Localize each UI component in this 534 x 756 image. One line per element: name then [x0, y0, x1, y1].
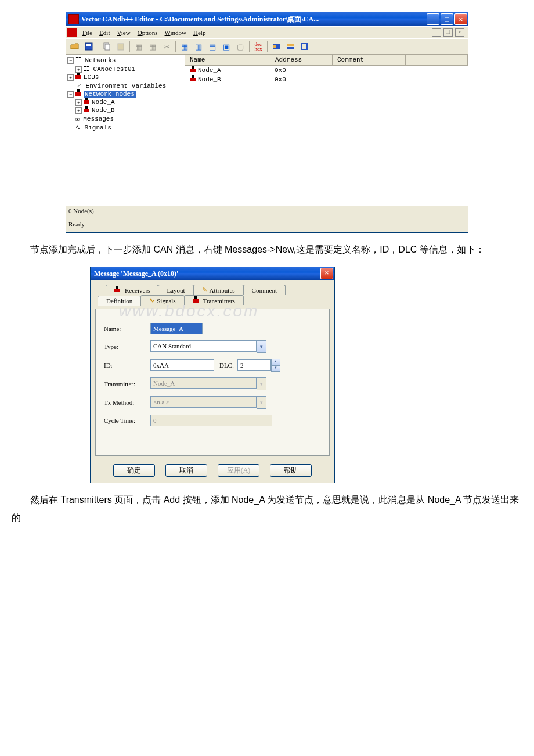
transmitter-dropdown-icon: ▾: [257, 377, 266, 390]
dialog-title-bar: Message 'Message_A (0x10)' ×: [91, 267, 334, 280]
list-view[interactable]: Name Address Comment Node_A 0x0 Node_B 0…: [185, 55, 468, 206]
cut-icon[interactable]: ✂: [160, 40, 173, 53]
id-field[interactable]: [150, 359, 214, 371]
cancel-button[interactable]: 取消: [165, 464, 207, 477]
txmethod-dropdown-icon: ▾: [257, 396, 266, 409]
menu-file[interactable]: File: [79, 28, 96, 37]
menu-options[interactable]: Options: [134, 28, 161, 37]
dlc-spinner[interactable]: ▴▾: [271, 359, 280, 372]
tree-network-nodes[interactable]: Network nodes: [84, 91, 136, 98]
type-dropdown-icon[interactable]: ▾: [257, 340, 266, 353]
label-dlc: DLC:: [214, 362, 237, 369]
row-name: Node_B: [198, 76, 221, 83]
paste-icon[interactable]: [114, 40, 127, 53]
maximize-button[interactable]: □: [441, 13, 453, 25]
help-button[interactable]: 帮助: [270, 464, 312, 477]
tree-env[interactable]: Environment variables: [86, 82, 167, 89]
tool-icon-7[interactable]: [284, 40, 297, 53]
mdi-minimize-button[interactable]: _: [432, 28, 441, 37]
title-bar: Vector CANdb++ Editor - C:\Documents and…: [66, 12, 468, 26]
tool-icon-8[interactable]: [298, 40, 311, 53]
tree-ecus[interactable]: ECUs: [84, 74, 99, 81]
type-field[interactable]: [150, 340, 257, 352]
label-id: ID:: [104, 362, 150, 369]
doc-icon: [67, 28, 77, 37]
label-transmitter: Transmitter:: [104, 380, 150, 387]
paragraph-1: 节点添加完成后，下一步添加 CAN 消息，右键 Messages->New,这是…: [12, 241, 522, 258]
dialog-close-button[interactable]: ×: [320, 268, 333, 279]
tool-icon-2[interactable]: ▦: [146, 40, 159, 53]
svg-rect-6: [273, 45, 276, 48]
svg-rect-3: [105, 44, 110, 50]
dlc-field[interactable]: [237, 359, 271, 371]
label-type: Type:: [104, 343, 150, 350]
paragraph-2: 然后在 Transmitters 页面，点击 Add 按钮，添加 Node_A …: [12, 491, 522, 527]
message-dialog: Message 'Message_A (0x10)' × Receivers L…: [90, 267, 335, 483]
tree-messages[interactable]: Messages: [83, 116, 114, 123]
apply-button[interactable]: 应用(A): [218, 464, 259, 477]
save-icon[interactable]: [82, 40, 95, 53]
toolbar: ▦ ▦ ✂ ▦ ▥ ▤ ▣ ▢ dechex: [66, 38, 468, 55]
view-icon-4[interactable]: ▣: [220, 40, 233, 53]
svg-rect-7: [287, 44, 294, 46]
view-icon-5[interactable]: ▢: [234, 40, 247, 53]
open-icon[interactable]: [68, 40, 81, 53]
svg-rect-8: [287, 47, 294, 49]
view-icon-2[interactable]: ▥: [192, 40, 205, 53]
menu-edit[interactable]: Edit: [96, 28, 113, 37]
tool-icon-1[interactable]: ▦: [132, 40, 145, 53]
tree-node-b[interactable]: Node_B: [92, 107, 115, 114]
col-comment[interactable]: Comment: [333, 55, 406, 65]
row-addr: 0x0: [270, 75, 331, 84]
app-icon: [68, 14, 79, 24]
status-nodes: 0 Node(s): [66, 206, 468, 219]
tab-attributes[interactable]: ✎Attributes: [193, 285, 244, 295]
col-extra[interactable]: [406, 55, 468, 65]
tool-icon-6[interactable]: [270, 40, 283, 53]
svg-rect-4: [118, 44, 124, 50]
tab-signals[interactable]: ∿Signals: [140, 295, 184, 305]
transmitter-field: [150, 377, 257, 389]
editor-window: Vector CANdb++ Editor - C:\Documents and…: [66, 12, 468, 233]
dialog-title: Message 'Message_A (0x10)': [94, 269, 178, 278]
menu-help[interactable]: Help: [190, 28, 209, 37]
dechex-icon[interactable]: dechex: [252, 40, 265, 53]
tree-view[interactable]: −☷ Networks +☷ CANoeTest01 +ECUs ⟋ Envir…: [66, 55, 185, 206]
col-address[interactable]: Address: [270, 55, 333, 65]
view-icon-1[interactable]: ▦: [178, 40, 191, 53]
close-button[interactable]: ×: [454, 13, 467, 25]
svg-rect-1: [86, 44, 91, 46]
tab-comment[interactable]: Comment: [243, 285, 286, 295]
cycle-field: [150, 415, 272, 426]
tab-definition[interactable]: Definition: [98, 296, 141, 306]
tree-canoetest[interactable]: CANoeTest01: [93, 66, 136, 73]
mdi-close-button[interactable]: ×: [455, 28, 464, 37]
copy-icon[interactable]: [100, 40, 113, 53]
tree-networks[interactable]: Networks: [85, 57, 116, 64]
view-icon-3[interactable]: ▤: [206, 40, 219, 53]
tree-signals[interactable]: Signals: [85, 124, 111, 131]
name-field[interactable]: [150, 323, 203, 334]
tab-receivers[interactable]: Receivers: [106, 285, 158, 295]
status-ready: Ready⋰: [66, 219, 468, 232]
window-title: Vector CANdb++ Editor - C:\Documents and…: [81, 16, 426, 23]
list-row[interactable]: Node_A 0x0: [185, 66, 468, 75]
menu-window[interactable]: Window: [161, 28, 190, 37]
label-txmethod: Tx Method:: [104, 399, 150, 406]
list-row[interactable]: Node_B 0x0: [185, 75, 468, 84]
label-name: Name:: [104, 325, 150, 332]
svg-rect-9: [301, 44, 307, 49]
menu-view[interactable]: View: [113, 28, 134, 37]
tree-node-a[interactable]: Node_A: [92, 99, 115, 106]
row-name: Node_A: [198, 67, 221, 74]
col-name[interactable]: Name: [185, 55, 270, 65]
mdi-restore-button[interactable]: ❐: [443, 28, 453, 37]
definition-pane: www.bdocx.com Name: Type: ▾ ID: DLC: ▴▾ …: [95, 309, 330, 456]
ok-button[interactable]: 确定: [113, 464, 155, 477]
tab-transmitters[interactable]: Transmitters: [184, 295, 244, 305]
tab-layout[interactable]: Layout: [158, 285, 193, 295]
minimize-button[interactable]: _: [427, 13, 439, 25]
txmethod-field: [150, 396, 257, 408]
menu-bar: File Edit View Options Window Help _ ❐ ×: [66, 26, 468, 38]
row-addr: 0x0: [270, 66, 331, 75]
